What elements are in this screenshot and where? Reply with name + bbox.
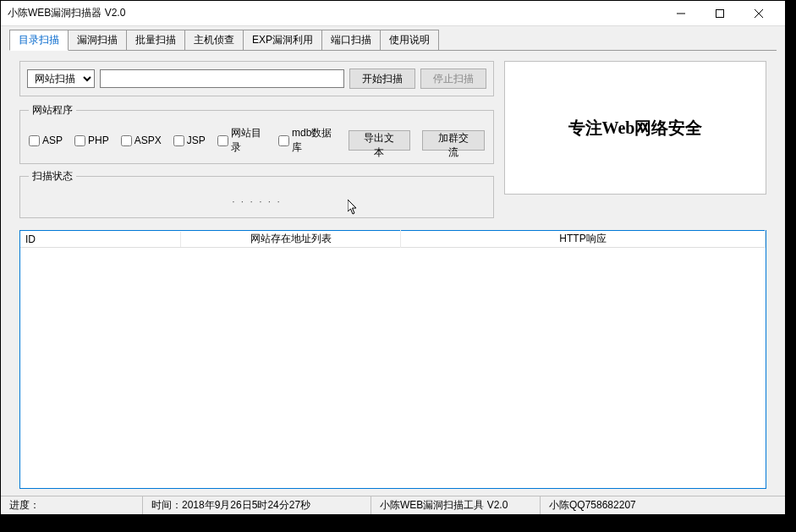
minimize-button[interactable] <box>662 2 700 25</box>
status-contact: 小陈QQ758682207 <box>541 496 785 514</box>
results-table: ID 网站存在地址列表 HTTP响应 <box>19 230 766 489</box>
cb-php-input[interactable] <box>74 135 85 146</box>
statusbar: 进度： 时间：2018年9月26日5时24分27秒 小陈WEB漏洞扫描工具 V2… <box>1 496 785 514</box>
cb-aspx-input[interactable] <box>121 135 132 146</box>
tab-directory-scan[interactable]: 目录扫描 <box>9 30 69 51</box>
stop-scan-button[interactable]: 停止扫描 <box>420 69 486 89</box>
table-header: ID 网站存在地址列表 HTTP响应 <box>20 231 766 248</box>
tab-strip: 目录扫描 漏洞扫描 批量扫描 主机侦查 EXP漏洞利用 端口扫描 使用说明 <box>1 26 785 50</box>
cb-asp-input[interactable] <box>29 135 40 146</box>
main-area: 网站扫描 开始扫描 停止扫描 网站程序 ASP PHP ASPX JSP 网站目… <box>9 50 777 496</box>
cb-asp[interactable]: ASP <box>29 134 63 146</box>
checkbox-row: ASP PHP ASPX JSP 网站目录 mdb数据库 导出文本 加群交流 <box>29 126 485 155</box>
slogan-panel: 专注Web网络安全 <box>504 61 766 195</box>
cb-mdb[interactable]: mdb数据库 <box>278 126 337 155</box>
cb-dir[interactable]: 网站目录 <box>217 126 266 155</box>
cb-jsp[interactable]: JSP <box>173 134 206 146</box>
group-chat-button[interactable]: 加群交流 <box>422 130 485 151</box>
status-product: 小陈WEB漏洞扫描工具 V2.0 <box>371 496 541 514</box>
tab-exp[interactable]: EXP漏洞利用 <box>243 30 322 50</box>
svg-rect-1 <box>716 9 724 17</box>
tab-batch-scan[interactable]: 批量扫描 <box>126 30 185 50</box>
titlebar: 小陈WEB漏洞扫描器 V2.0 <box>1 1 785 26</box>
status-legend: 扫描状态 <box>29 169 76 184</box>
window-controls <box>662 2 778 25</box>
cb-mdb-input[interactable] <box>278 135 289 146</box>
left-column: 网站扫描 开始扫描 停止扫描 网站程序 ASP PHP ASPX JSP 网站目… <box>19 61 494 223</box>
status-fieldset: 扫描状态 · · · · · · <box>19 169 494 218</box>
tab-host-recon[interactable]: 主机侦查 <box>184 30 244 50</box>
tab-help[interactable]: 使用说明 <box>380 30 439 50</box>
upper-row: 网站扫描 开始扫描 停止扫描 网站程序 ASP PHP ASPX JSP 网站目… <box>19 61 766 223</box>
tab-vuln-scan[interactable]: 漏洞扫描 <box>68 30 127 50</box>
app-window: 小陈WEB漏洞扫描器 V2.0 目录扫描 漏洞扫描 批量扫描 主机侦查 EXP漏… <box>0 0 786 515</box>
cb-aspx[interactable]: ASPX <box>121 134 162 146</box>
cb-jsp-input[interactable] <box>173 135 184 146</box>
start-scan-button[interactable]: 开始扫描 <box>349 69 415 89</box>
url-input[interactable] <box>100 69 344 88</box>
th-http[interactable]: HTTP响应 <box>401 230 766 248</box>
status-progress: 进度： <box>1 496 143 514</box>
scan-mode-select[interactable]: 网站扫描 <box>27 69 95 88</box>
status-content: · · · · · · <box>29 192 485 209</box>
close-button[interactable] <box>739 2 778 25</box>
program-legend: 网站程序 <box>29 103 76 118</box>
th-id[interactable]: ID <box>20 232 181 247</box>
slogan-text: 专注Web网络安全 <box>568 117 703 140</box>
table-body[interactable] <box>20 248 766 488</box>
cb-php[interactable]: PHP <box>74 134 109 146</box>
export-button[interactable]: 导出文本 <box>349 130 411 151</box>
tab-port-scan[interactable]: 端口扫描 <box>321 30 381 50</box>
scan-control-row: 网站扫描 开始扫描 停止扫描 <box>19 61 494 96</box>
th-url[interactable]: 网站存在地址列表 <box>181 230 401 248</box>
program-fieldset: 网站程序 ASP PHP ASPX JSP 网站目录 mdb数据库 导出文本 加… <box>19 103 494 164</box>
maximize-button[interactable] <box>700 2 739 25</box>
status-time: 时间：2018年9月26日5时24分27秒 <box>143 496 371 514</box>
cb-dir-input[interactable] <box>217 135 228 146</box>
window-title: 小陈WEB漏洞扫描器 V2.0 <box>8 6 662 20</box>
